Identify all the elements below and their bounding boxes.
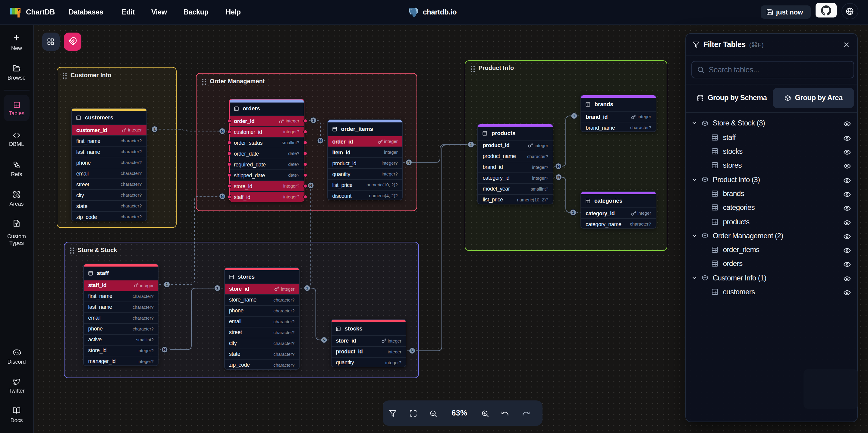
svg-text:N: N [322, 338, 326, 342]
svg-text:1: 1 [306, 286, 308, 290]
svg-text:N: N [319, 138, 322, 143]
svg-text:N: N [407, 160, 410, 165]
svg-text:1: 1 [166, 282, 168, 287]
svg-text:N: N [221, 194, 224, 199]
svg-text:N: N [309, 183, 312, 188]
svg-text:N: N [163, 347, 166, 352]
svg-text:1: 1 [573, 114, 575, 118]
svg-text:1: 1 [153, 127, 156, 132]
svg-text:1: 1 [572, 210, 575, 215]
svg-text:1: 1 [470, 142, 472, 147]
svg-text:N: N [221, 129, 224, 134]
svg-text:N: N [557, 175, 560, 179]
svg-text:N: N [557, 164, 560, 169]
svg-text:N: N [410, 349, 413, 353]
svg-text:1: 1 [216, 286, 218, 290]
svg-text:1: 1 [312, 118, 315, 123]
